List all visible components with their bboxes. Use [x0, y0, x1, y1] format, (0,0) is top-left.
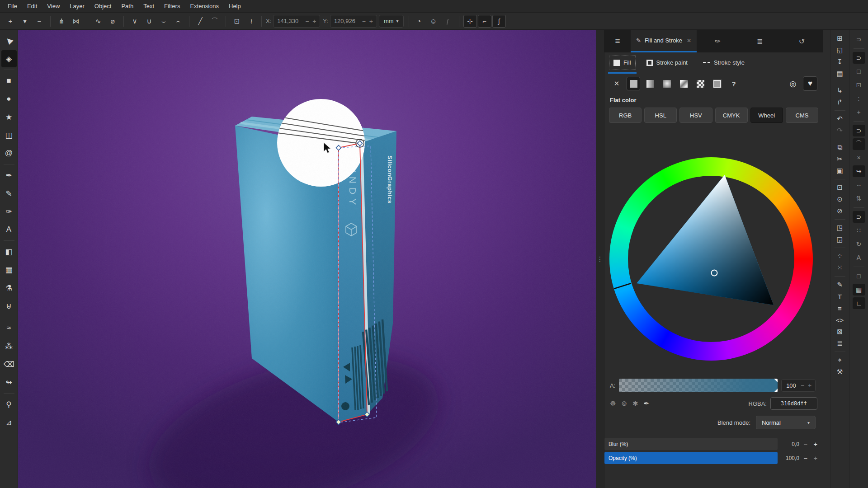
insert-node-dropdown[interactable]: ▾	[18, 15, 32, 28]
alpha-increment-button[interactable]: +	[806, 382, 813, 389]
paint-swatch-bordered-button[interactable]	[710, 77, 724, 90]
menu-layer[interactable]: Layer	[65, 1, 90, 11]
tool-mesh-gradient[interactable]: ▦	[1, 261, 17, 278]
tool-pen[interactable]: ✒	[1, 167, 17, 184]
cut-button[interactable]: ✂	[834, 153, 846, 165]
hsv-triangle[interactable]	[609, 157, 813, 361]
deselect-button[interactable]: ⁙	[834, 262, 846, 274]
tool-rectangle[interactable]: ■	[1, 72, 17, 89]
tool-zoom[interactable]: ⚲	[1, 396, 17, 413]
tool-gradient[interactable]: ◧	[1, 243, 17, 260]
snap-guides-toggle[interactable]: ∟	[853, 297, 865, 309]
y-increment-button[interactable]: +	[368, 18, 375, 25]
fill-rule-nonzero-button[interactable]: ♥	[803, 76, 817, 91]
unit-dropdown[interactable]: mm ▾	[379, 15, 404, 28]
paint-swatch-button[interactable]	[693, 77, 707, 90]
canvas[interactable]: INDY SiliconGraphics	[18, 30, 596, 488]
x-decrement-button[interactable]: −	[303, 18, 311, 25]
group-button[interactable]: ◳	[834, 222, 846, 234]
node-auto-smooth-button[interactable]: ⌢	[171, 15, 185, 28]
alpha-value-input[interactable]: 100 − +	[781, 379, 816, 392]
color-mode-wheel[interactable]: Wheel	[750, 108, 783, 123]
break-path-button[interactable]: ⋔	[55, 15, 68, 28]
panel-splitter[interactable]: ⋮	[596, 30, 604, 488]
opacity-slider[interactable]: Opacity (%)	[604, 452, 778, 464]
text-dialog-button[interactable]: T	[834, 291, 846, 302]
blur-increment-button[interactable]: +	[812, 440, 819, 448]
alpha-slider[interactable]	[619, 379, 778, 392]
undo-button[interactable]: ↶	[834, 113, 846, 125]
segment-line-button[interactable]: ╱	[193, 15, 207, 28]
snap-others-toggle[interactable]: ⊃	[853, 211, 865, 223]
menu-edit[interactable]: Edit	[22, 1, 42, 11]
x-coordinate-input[interactable]: 141,330 − +	[273, 15, 320, 28]
tool-ellipse[interactable]: ●	[1, 90, 17, 108]
unlink-clone-button[interactable]: ⊘	[834, 205, 846, 217]
layers-dialog-button[interactable]: ≡	[834, 302, 846, 314]
create-clone-button[interactable]: ⊙	[834, 193, 846, 205]
snap-bounding-box-toggle[interactable]: ⊃	[853, 52, 865, 64]
close-icon[interactable]: ✕	[687, 38, 691, 44]
save-document-button[interactable]: ↧	[834, 56, 846, 68]
y-coordinate-input[interactable]: 120,926 − +	[330, 15, 377, 28]
paint-flat-color-button[interactable]	[627, 77, 640, 90]
duplicate-button[interactable]: ⊡	[834, 182, 846, 193]
stroke-to-path-button[interactable]: ≀	[245, 15, 258, 28]
snap-grids-toggle[interactable]: ▦	[853, 284, 865, 296]
blend-mode-dropdown[interactable]: Normal ▾	[756, 416, 816, 429]
paint-pattern-button[interactable]	[677, 77, 690, 90]
tool-spray[interactable]: ⁂	[1, 338, 17, 355]
snap-smooth-nodes-toggle[interactable]: ⌣	[853, 179, 865, 191]
stroke-paint-tab[interactable]: Stroke paint	[642, 56, 692, 70]
open-document-button[interactable]: ◱	[834, 44, 846, 56]
copy-button[interactable]: ⧉	[834, 141, 846, 153]
menu-view[interactable]: View	[42, 1, 65, 11]
snap-page-border-toggle[interactable]: □	[853, 270, 865, 282]
menu-filters[interactable]: Filters	[159, 1, 185, 11]
snap-bbox-centers-toggle[interactable]: +	[853, 106, 865, 118]
node-symmetric-button[interactable]: ⌣	[157, 15, 170, 28]
join-with-segment-button[interactable]: ∿	[91, 15, 105, 28]
color-mode-rgb[interactable]: RGB	[609, 108, 642, 123]
import-button[interactable]: ↳	[834, 84, 846, 96]
color-mode-hsl[interactable]: HSL	[644, 108, 677, 123]
color-mode-cms[interactable]: CMS	[786, 108, 818, 123]
opacity-decrement-button[interactable]: −	[802, 454, 809, 462]
menu-help[interactable]: Help	[224, 1, 246, 11]
delete-node-button[interactable]: −	[33, 15, 46, 28]
new-document-button[interactable]: ⊞	[834, 33, 846, 44]
tool-eraser[interactable]: ⌫	[1, 356, 17, 373]
snap-bbox-edge-midpoints-toggle[interactable]: :	[853, 93, 865, 104]
dock-menu-button[interactable]: ≡	[604, 30, 631, 52]
hue-marker[interactable]	[614, 283, 631, 289]
y-value[interactable]: 120,926	[332, 18, 360, 24]
show-path-outline-toggle[interactable]: ∫	[492, 15, 506, 28]
color-mode-hsv[interactable]: HSV	[679, 108, 712, 123]
stroke-style-tab[interactable]: Stroke style	[698, 56, 749, 70]
rgba-value-input[interactable]: 316d8dff	[770, 397, 817, 410]
color-wheel-icon[interactable]: ☸	[610, 399, 616, 408]
paint-radial-gradient-button[interactable]	[660, 77, 674, 90]
paint-unknown-button[interactable]: ?	[727, 77, 741, 90]
tool-paint-bucket[interactable]: ⊎	[1, 297, 17, 314]
blur-decrement-button[interactable]: −	[802, 440, 809, 448]
ungroup-button[interactable]: ◲	[834, 234, 846, 245]
fill-tab[interactable]: Fill	[609, 56, 636, 70]
show-transform-handles-toggle[interactable]: ⊹	[463, 15, 477, 28]
select-all-button[interactable]: ⁘	[834, 250, 846, 262]
lpe-parameter-button[interactable]: ƒ	[441, 15, 455, 28]
x-value[interactable]: 141,330	[275, 18, 303, 24]
color-picker-icon[interactable]: ✒	[644, 399, 650, 408]
opacity-increment-button[interactable]: +	[812, 454, 819, 462]
xml-editor-button[interactable]: <>	[834, 314, 846, 326]
edit-mask-button[interactable]: ☺	[427, 15, 440, 28]
tool-calligraphy[interactable]: ✑	[1, 203, 17, 220]
menu-text[interactable]: Text	[138, 1, 159, 11]
menu-extensions[interactable]: Extensions	[185, 1, 224, 11]
insert-node-button[interactable]: +	[4, 15, 17, 28]
color-circle-icon[interactable]: ⊚	[621, 399, 627, 408]
tool-text[interactable]: A	[1, 221, 17, 238]
redo-button[interactable]: ↷	[834, 125, 846, 136]
tab-history[interactable]: ↺	[789, 30, 814, 52]
object-properties-button[interactable]: ⊠	[834, 326, 846, 338]
